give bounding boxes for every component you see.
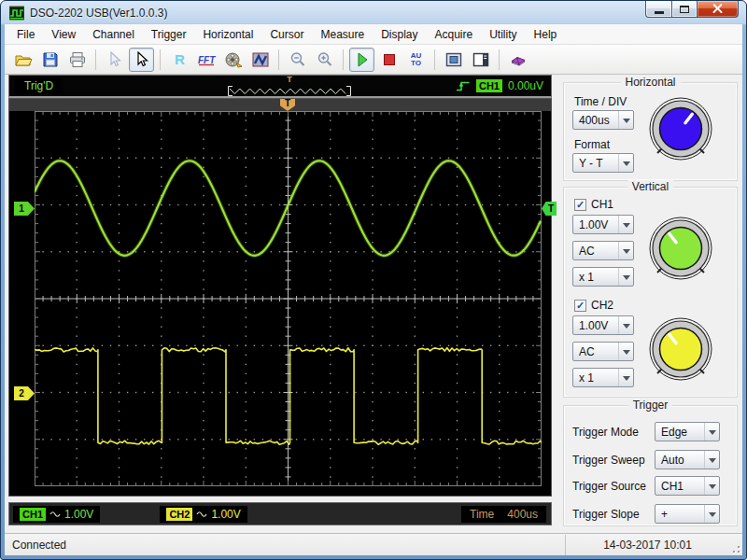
trigger-sweep-select[interactable]: Auto: [655, 450, 720, 469]
trigger-source-select[interactable]: CH1: [655, 476, 720, 496]
waveform-button[interactable]: [247, 48, 273, 72]
open-file-button[interactable]: [10, 48, 35, 72]
menu-item-channel[interactable]: Channel: [84, 25, 143, 44]
chevron-down-icon: [618, 111, 633, 129]
menu-item-measure[interactable]: Measure: [312, 25, 373, 44]
ch1-badge: CH1: [20, 508, 46, 521]
trigger-slope-select[interactable]: +: [655, 504, 720, 524]
minimize-icon: [655, 11, 664, 14]
fft-button[interactable]: FFT: [193, 48, 218, 72]
zoom-in-button[interactable]: [312, 48, 337, 72]
ch1-checkbox-label: CH1: [591, 198, 613, 211]
cursor-dim-icon: [106, 51, 123, 68]
close-button[interactable]: [698, 1, 739, 18]
time-div-label: Time / DIV: [574, 95, 627, 108]
titlebar[interactable]: DSO-2202 USB(Ver1.0.0.3): [1, 1, 746, 24]
ch2-coupling-select[interactable]: AC: [572, 342, 634, 361]
zoom-out-button[interactable]: [285, 48, 310, 72]
cursor-select-button[interactable]: [129, 48, 154, 72]
chevron-down-icon: [618, 369, 633, 386]
format-select[interactable]: Y - T: [572, 153, 634, 173]
play-icon: [354, 51, 371, 68]
scope-status-bar: Trig'D T CH1 0.00uV: [8, 75, 552, 98]
time-value: 400us: [507, 508, 538, 521]
menu-item-trigger[interactable]: Trigger: [143, 25, 195, 44]
menu-item-view[interactable]: View: [43, 25, 84, 44]
horizontal-position-preview[interactable]: T: [226, 76, 353, 99]
connection-status: Connected: [5, 539, 565, 552]
menu-item-display[interactable]: Display: [373, 25, 426, 44]
trigger-mode-select[interactable]: Edge: [655, 422, 720, 441]
menu-item-utility[interactable]: Utility: [481, 25, 525, 44]
ch2-scale-select[interactable]: 1.00V: [572, 315, 634, 335]
menu-item-acquire[interactable]: Acquire: [427, 25, 482, 44]
timebase-readout: Time 400us: [461, 506, 546, 523]
toolbar-separator: [95, 49, 96, 70]
cursor-icon: [134, 51, 150, 68]
resize-grip[interactable]: [729, 535, 742, 555]
ch2-enable-row: ✓ CH2: [574, 299, 613, 312]
menubar: FileViewChannelTriggerHorizontalCursorMe…: [5, 24, 742, 45]
chevron-down-icon: [618, 216, 633, 233]
ch1-readout: CH1 1.00V: [13, 506, 100, 523]
ch2-position-knob[interactable]: [647, 315, 714, 383]
menu-item-horizontal[interactable]: Horizontal: [194, 25, 261, 44]
scope-display[interactable]: T 1 2 T: [8, 98, 552, 497]
ch2-probe-select[interactable]: x 1: [572, 368, 634, 387]
ch1-coupling-select[interactable]: AC: [572, 241, 634, 260]
minimize-button[interactable]: [645, 1, 672, 18]
ch2-checkbox-label: CH2: [591, 299, 613, 312]
stop-icon: [382, 52, 397, 67]
menu-item-file[interactable]: File: [8, 25, 43, 44]
refresh-button[interactable]: R: [166, 48, 191, 72]
ch1-enable-row: ✓ CH1: [574, 198, 613, 211]
fullscreen-button[interactable]: [441, 48, 466, 72]
ch1-scale-select[interactable]: 1.00V: [572, 215, 634, 234]
zoom-out-icon: [289, 50, 307, 69]
time-label: Time: [470, 508, 494, 521]
help-button[interactable]: [505, 48, 530, 72]
cursor-tool-button[interactable]: [102, 48, 127, 72]
panel-toggle-button[interactable]: [468, 48, 493, 72]
toolbar-separator: [499, 49, 500, 70]
ch1-checkbox[interactable]: ✓: [574, 199, 586, 211]
stop-button[interactable]: [376, 48, 402, 72]
ch1-position-knob[interactable]: [647, 215, 714, 282]
zoom-in-icon: [316, 50, 334, 69]
toolbar-separator: [160, 49, 161, 70]
maximize-button[interactable]: [672, 1, 698, 18]
ac-coupling-icon: [196, 510, 207, 519]
ch1-probe-select[interactable]: x 1: [572, 267, 634, 287]
trigger-level-value: 0.00uV: [508, 79, 543, 92]
app-window: DSO-2202 USB(Ver1.0.0.3) FileViewChannel…: [0, 0, 747, 560]
trigger-source-label: Trigger Source: [572, 480, 646, 493]
menu-item-cursor[interactable]: Cursor: [261, 25, 312, 44]
time-div-select[interactable]: 400us: [572, 110, 634, 130]
chevron-down-icon: [704, 451, 719, 469]
ch2-position-marker[interactable]: 2: [14, 386, 35, 400]
trigger-slope-label: Trigger Slope: [572, 508, 640, 521]
film-reel-icon: [224, 50, 243, 69]
format-label: Format: [574, 138, 610, 151]
window-title: DSO-2202 USB(Ver1.0.0.3): [30, 7, 167, 20]
ch2-checkbox[interactable]: ✓: [574, 300, 586, 312]
preview-trigger-marker: T: [287, 76, 292, 84]
autoset-button[interactable]: AUTO: [403, 48, 429, 72]
menu-item-help[interactable]: Help: [526, 25, 566, 44]
start-button[interactable]: [349, 48, 374, 72]
chevron-down-icon: [704, 505, 719, 523]
record-button[interactable]: [220, 48, 246, 72]
trigger-sweep-label: Trigger Sweep: [572, 454, 645, 467]
graticule: [35, 111, 542, 486]
chevron-down-icon: [704, 423, 719, 441]
chevron-down-icon: [618, 316, 633, 334]
ch1-position-marker[interactable]: 1: [14, 202, 35, 216]
chevron-down-icon: [618, 242, 633, 259]
print-button[interactable]: [64, 48, 90, 72]
save-icon: [41, 50, 60, 69]
maximize-icon: [680, 6, 689, 13]
save-button[interactable]: [37, 48, 63, 72]
side-panel-icon: [472, 50, 490, 69]
ch2-scale-value: 1.00V: [211, 508, 240, 521]
horizontal-knob[interactable]: [647, 95, 714, 162]
